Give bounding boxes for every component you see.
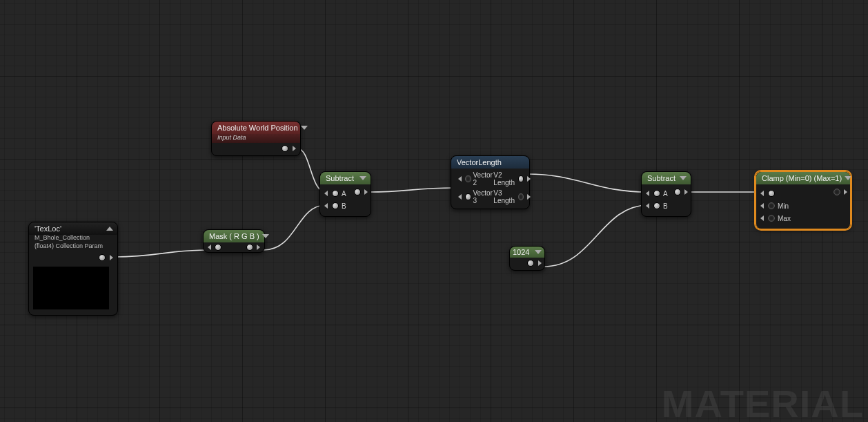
input-pin-a[interactable]	[332, 190, 339, 197]
node-wires	[0, 0, 868, 422]
out-caret-icon	[110, 255, 113, 260]
input-pin[interactable]	[215, 244, 221, 251]
out-caret-icon	[527, 194, 531, 200]
output-pin[interactable]	[99, 254, 106, 261]
output-pin[interactable]	[674, 189, 681, 195]
subtitle2: (float4) Collection Param	[29, 243, 117, 251]
out-caret-icon	[844, 189, 847, 195]
node-constant-1024[interactable]: 1024	[509, 246, 545, 271]
in-caret-icon	[760, 191, 764, 196]
out-caret-icon	[257, 244, 260, 250]
output-pin-v2len[interactable]	[518, 175, 524, 182]
out-caret-icon	[538, 260, 542, 266]
input-pin-b[interactable]	[332, 202, 339, 209]
input-pin-a[interactable]	[653, 190, 660, 197]
in-caret-icon	[324, 191, 328, 196]
node-absolute-world-position[interactable]: Absolute World Position Input Data	[211, 121, 301, 156]
output-pin[interactable]	[834, 189, 840, 195]
output-pin[interactable]	[527, 260, 534, 267]
pin-label-a: A	[342, 190, 346, 198]
output-pin[interactable]	[246, 244, 253, 251]
in-caret-icon	[760, 203, 764, 209]
out-caret-icon	[684, 189, 688, 195]
pin-label-v3len: V3 Length	[493, 189, 516, 204]
expand-icon[interactable]	[845, 176, 851, 180]
input-pin-value[interactable]	[768, 190, 775, 197]
expand-icon[interactable]	[359, 176, 366, 180]
node-title[interactable]: Subtract	[320, 172, 371, 184]
pin-label-b: B	[663, 202, 668, 210]
title-text: 1024	[513, 248, 529, 256]
output-pin-v3len[interactable]	[518, 193, 524, 200]
node-title[interactable]: Clamp (Min=0) (Max=1)	[756, 172, 850, 184]
node-vector-length[interactable]: VectorLength Vector 2 V2 Length Vector 3…	[451, 155, 530, 209]
expand-icon[interactable]	[680, 176, 687, 180]
in-caret-icon	[324, 203, 328, 209]
node-preview	[33, 267, 109, 309]
expand-icon[interactable]	[262, 234, 269, 238]
in-caret-icon	[646, 203, 649, 209]
input-pin-b[interactable]	[653, 202, 660, 209]
output-pin[interactable]	[354, 189, 361, 195]
node-subtract-1[interactable]: Subtract A B	[319, 171, 371, 217]
node-title[interactable]: VectorLength	[451, 156, 529, 169]
title-text: VectorLength	[457, 158, 502, 166]
pin-label-v3: Vector 3	[473, 189, 494, 204]
pin-label-v2: Vector 2	[473, 171, 494, 186]
node-title[interactable]: Absolute World Position	[212, 122, 300, 134]
pin-label-max: Max	[778, 215, 791, 222]
pin-label-b: B	[342, 202, 346, 210]
node-clamp[interactable]: Clamp (Min=0) (Max=1) Min Max	[756, 171, 851, 229]
out-caret-icon	[293, 146, 296, 151]
node-subtract-2[interactable]: Subtract A B	[641, 171, 691, 217]
collapse-icon[interactable]	[106, 227, 113, 231]
node-mask-rgb[interactable]: Mask ( R G B )	[203, 229, 265, 253]
title-text: Absolute World Position	[217, 124, 298, 132]
in-caret-icon	[458, 194, 462, 200]
node-title[interactable]: 'TexLoc'	[29, 222, 117, 235]
title-text: Subtract	[326, 174, 354, 182]
pin-label-min: Min	[778, 202, 789, 210]
node-texloc[interactable]: 'TexLoc' M_Bhole_Collection (float4) Col…	[28, 222, 118, 316]
expand-icon[interactable]	[535, 250, 542, 254]
out-caret-icon	[527, 176, 531, 182]
output-pin[interactable]	[282, 145, 288, 152]
out-caret-icon	[364, 189, 368, 195]
subtitle: Input Data	[212, 134, 300, 143]
expand-icon[interactable]	[301, 126, 308, 130]
in-caret-icon	[760, 215, 764, 221]
node-title[interactable]: 1024	[510, 247, 544, 258]
title-text: Clamp (Min=0) (Max=1)	[762, 174, 842, 182]
input-pin-v2[interactable]	[465, 175, 471, 182]
watermark-text: MATERIAL	[662, 381, 864, 422]
input-pin-min[interactable]	[768, 202, 775, 209]
input-pin-max[interactable]	[768, 215, 775, 222]
pin-label-v2len: V2 Length	[493, 171, 516, 186]
in-caret-icon	[646, 191, 649, 196]
node-title[interactable]: Subtract	[642, 172, 691, 184]
title-text: Subtract	[647, 174, 675, 182]
title-text: 'TexLoc'	[34, 224, 61, 233]
in-caret-icon	[208, 244, 211, 250]
title-text: Mask ( R G B )	[209, 232, 259, 240]
node-title[interactable]: Mask ( R G B )	[204, 230, 264, 242]
pin-label-a: A	[663, 190, 668, 198]
input-pin-v3[interactable]	[465, 193, 471, 200]
in-caret-icon	[458, 176, 462, 182]
